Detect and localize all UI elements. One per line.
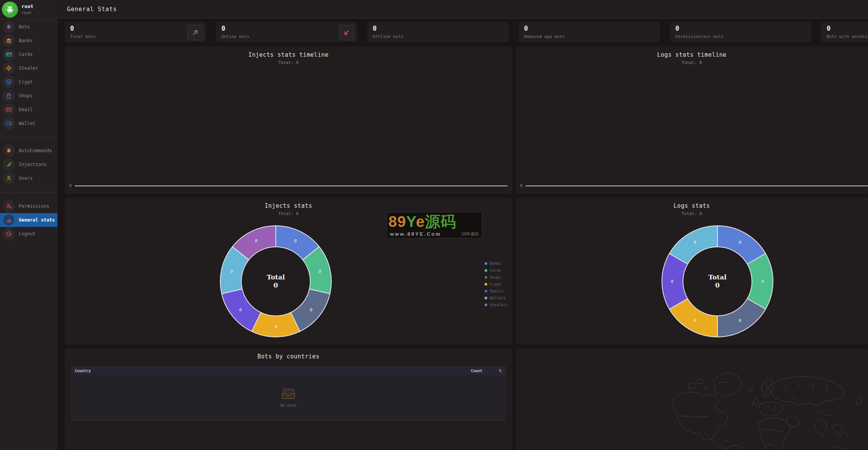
- bank-icon: [6, 38, 12, 44]
- sidebar-item-injections[interactable]: Injections: [0, 158, 57, 171]
- legend-item-cards[interactable]: Cards: [485, 267, 508, 274]
- no-data-label: No Data: [280, 403, 296, 407]
- page-title: General Stats: [67, 6, 117, 13]
- user-block[interactable]: root root: [0, 0, 57, 20]
- legend-dot-icon: [485, 304, 487, 306]
- svg-text:$: $: [8, 80, 10, 84]
- segment-value-label: 0: [294, 238, 297, 243]
- sidebar-item-permissions[interactable]: Permissions: [0, 199, 57, 213]
- sidebar-item-label: Bots: [19, 24, 30, 30]
- wallet-icon: [6, 120, 12, 126]
- sidebar-item-cards[interactable]: Cards: [0, 48, 57, 61]
- sidebar-item-label: AutoCommands: [19, 148, 52, 153]
- stat-card-offline-bots: 0Offline bots: [367, 22, 509, 42]
- bar-chart-icon-wrap: [3, 214, 15, 226]
- android-icon-wrap: [3, 21, 15, 33]
- segment-value-label: 0: [739, 240, 742, 245]
- main-header: General Stats: [57, 0, 868, 18]
- stat-label: Permissionless bots: [675, 34, 806, 39]
- x-axis-line: [526, 186, 868, 186]
- envelope-icon: [6, 107, 12, 113]
- legend-label: Wallets: [490, 296, 506, 300]
- segment-value-label: 0: [671, 279, 674, 284]
- watermark-logo: 89Ye源码: [388, 213, 480, 230]
- sidebar-section-2: AutoCommandsInjectionsUsers: [0, 137, 57, 192]
- legend-item-emails[interactable]: Emails: [485, 287, 508, 294]
- sidebar-item-autocommands[interactable]: AutoCommands: [0, 144, 57, 158]
- sidebar-item-label: Email: [19, 107, 33, 112]
- envelope-icon-wrap: [3, 104, 15, 115]
- x-axis-line: [75, 186, 508, 186]
- sidebar-item-crypt[interactable]: $Crypt: [0, 75, 57, 89]
- injects-timeline-subtitle: Total: 0: [65, 58, 512, 65]
- legend-dot-icon: [485, 290, 487, 292]
- arrow-up-right-icon: [192, 29, 199, 36]
- shield-icon-wrap: $: [3, 76, 15, 88]
- sidebar-item-label: Users: [19, 176, 33, 181]
- logs-donut-panel: Logs stats Total: 0 Total 0 000000: [516, 197, 868, 345]
- donut-legend: BanksCardsShopsCryptEmailsWalletsStealer…: [485, 260, 508, 308]
- syringe-icon-wrap: [3, 159, 15, 170]
- sidebar-item-wallet[interactable]: Wallet: [0, 117, 57, 130]
- legend-dot-icon: [485, 269, 487, 272]
- watermark-tagline: 10年老站: [462, 231, 479, 237]
- user-icon-wrap: [3, 172, 15, 184]
- sidebar-item-label: Crypt: [19, 79, 33, 85]
- logs-timeline-panel: Logs stats timeline Total: 0 0: [516, 46, 868, 194]
- injects-donut-panel: Injects stats Total: 0 Total 0 BanksCard…: [65, 197, 512, 345]
- stat-card-online-bots: 0Online bots: [216, 22, 357, 42]
- stat-label: Total bots: [70, 34, 201, 39]
- legend-label: Stealers: [490, 303, 508, 307]
- android-icon-wrap: [3, 145, 15, 156]
- user-key-icon: [6, 203, 12, 209]
- sidebar-item-banks[interactable]: Banks: [0, 34, 57, 48]
- credit-card-icon: [6, 51, 12, 57]
- y-axis-zero-label: 0: [520, 184, 522, 188]
- sidebar-item-label: Shops: [19, 93, 33, 99]
- injects-timeline-title: Injects stats timeline: [65, 46, 512, 58]
- segment-value-label: 0: [694, 318, 696, 323]
- sidebar-item-label: Permissions: [19, 204, 49, 209]
- legend-label: Emails: [490, 289, 503, 293]
- legend-dot-icon: [485, 276, 487, 279]
- stat-value: 0: [675, 25, 806, 33]
- stat-value: 0: [524, 25, 655, 33]
- stat-value: 0: [373, 25, 503, 33]
- stat-value: 0: [70, 25, 201, 33]
- android-avatar-icon: [2, 2, 18, 18]
- crosshair-icon: [6, 65, 12, 71]
- trend-down-icon: [339, 25, 354, 40]
- crosshair-icon-wrap: [3, 62, 15, 74]
- sidebar-item-bots[interactable]: Bots: [0, 20, 57, 34]
- logs-donut-subtitle: Total: 0: [516, 209, 868, 216]
- segment-value-label: 0: [319, 269, 321, 274]
- injects-timeline-panel: Injects stats timeline Total: 0 0: [65, 46, 512, 194]
- legend-dot-icon: [485, 283, 487, 286]
- legend-item-wallets[interactable]: Wallets: [485, 294, 508, 301]
- sidebar-item-general-stats[interactable]: General stats: [0, 213, 57, 227]
- sidebar-item-label: Injections: [19, 162, 46, 167]
- countries-table-header: Country Count %: [71, 366, 506, 375]
- stat-value: 0: [221, 25, 352, 33]
- legend-label: Shops: [490, 275, 501, 279]
- trend-up-icon: [188, 25, 203, 40]
- legend-item-crypt[interactable]: Crypt: [485, 281, 508, 287]
- sidebar-item-label: Stealer: [19, 66, 38, 71]
- sidebar-item-logout[interactable]: Logout: [0, 227, 57, 241]
- logout-icon: [6, 231, 12, 237]
- legend-item-shops[interactable]: Shops: [485, 274, 508, 281]
- y-axis-zero-label: 0: [69, 184, 72, 188]
- user-icon: [6, 175, 12, 181]
- segment-value-label: 0: [255, 238, 257, 243]
- sidebar-item-users[interactable]: Users: [0, 171, 57, 185]
- legend-label: Cards: [490, 268, 501, 273]
- sidebar-item-email[interactable]: Email: [0, 103, 57, 117]
- sidebar-item-shops[interactable]: Shops: [0, 89, 57, 103]
- legend-item-stealers[interactable]: Stealers: [485, 301, 508, 308]
- injects-donut-title: Injects stats: [65, 197, 512, 209]
- sidebar-item-label: Wallet: [19, 121, 35, 126]
- legend-item-banks[interactable]: Banks: [485, 260, 508, 267]
- legend-dot-icon: [485, 297, 487, 299]
- watermark-logo-part: Y: [406, 213, 416, 230]
- sidebar-item-stealer[interactable]: Stealer: [0, 61, 57, 75]
